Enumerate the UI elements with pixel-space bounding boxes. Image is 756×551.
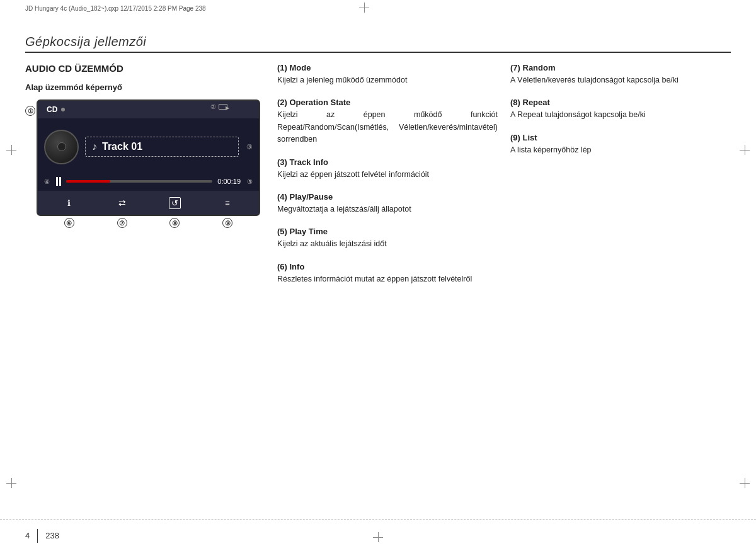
progress-bar	[66, 180, 212, 183]
page-header: JD Hungary 4c (Audio_182~).qxp 12/17/201…	[25, 5, 731, 12]
pause-icon	[56, 177, 61, 186]
crosshair-left-top	[6, 145, 16, 155]
ann-8: ⑧	[169, 218, 180, 228]
item-7-desc: A Véletlen/keverés tulajdonságot kapcsol…	[510, 74, 731, 86]
item-8: (8) Repeat A Repeat tulajdonságot kapcso…	[510, 98, 731, 121]
footer-num-right: 238	[45, 531, 59, 540]
header-meta: JD Hungary 4c (Audio_182~).qxp 12/17/201…	[25, 5, 206, 12]
crosshair-right-top	[740, 145, 750, 155]
left-column: AUDIO CD ÜZEMMÓD Alap üzemmód képernyő ①…	[25, 63, 271, 232]
screen-icon-rect: ▶	[219, 104, 227, 110]
item-7-title: (7) Random	[510, 63, 731, 72]
item-6-title: (6) Info	[277, 262, 498, 271]
item-6: (6) Info Részletes információt mutat az …	[277, 262, 498, 285]
shuffle-icon: ⇄	[118, 198, 126, 208]
screen-top-bar: CD ② ▶	[38, 101, 259, 118]
footer-num-left: 4	[25, 531, 30, 540]
ann-7: ⑦	[117, 218, 127, 228]
info-icon: ℹ	[67, 198, 71, 208]
cd-label: CD	[47, 105, 57, 114]
item-1-title: (1) Mode	[277, 63, 498, 72]
annotation-5-marker: ⑤	[247, 178, 253, 185]
progress-fill	[66, 180, 110, 183]
info-btn[interactable]: ℹ	[60, 198, 78, 208]
item-4-title: (4) Play/Pause	[277, 192, 498, 202]
sub-heading: Alap üzemmód képernyő	[25, 82, 271, 92]
shuffle-btn[interactable]: ⇄	[113, 198, 131, 208]
repeat-btn[interactable]: ↺	[166, 197, 183, 209]
crosshair-bottom-center	[373, 532, 383, 542]
item-9: (9) List A lista képernyőhöz lép	[510, 133, 731, 156]
item-2-desc: Kijelzi az éppen működő funkciót Repeat/…	[277, 109, 498, 145]
annotation-2-marker: ②	[210, 103, 216, 110]
item-5-title: (5) Play Time	[277, 227, 498, 236]
footer-page-num: 4 238	[25, 529, 59, 543]
ann-9: ⑨	[222, 218, 232, 228]
screen-wrapper: ① CD ② ▶	[25, 99, 249, 232]
crosshair-top-center	[359, 3, 369, 13]
item-5: (5) Play Time Kijelzi az aktuális lejáts…	[277, 227, 498, 250]
right-columns: (1) Mode Kijelzi a jelenleg működő üzemm…	[277, 63, 731, 297]
crosshair-right-bottom	[740, 478, 750, 488]
item-3-title: (3) Track Info	[277, 157, 498, 167]
page-heading: AUDIO CD ÜZEMMÓD	[25, 63, 271, 74]
footer-divider	[37, 529, 38, 543]
screen-bottom-bar: ℹ ⇄ ↺ ≡	[38, 191, 259, 215]
music-note-icon: ♪	[92, 141, 97, 152]
item-5-desc: Kijelzi az aktuális lejátszási időt	[277, 238, 498, 250]
item-9-desc: A lista képernyőhöz lép	[510, 144, 731, 156]
page-footer: 4 238	[0, 520, 756, 551]
list-icon: ≡	[225, 198, 230, 208]
crosshair-left-bottom	[6, 478, 16, 488]
play-time: 0:00:19	[217, 178, 241, 185]
track-name: Track 01	[102, 141, 142, 152]
item-9-title: (9) List	[510, 133, 731, 142]
section-title-bar: Gépkocsija jellemzői	[25, 35, 731, 53]
bottom-annotations: ⑥ ⑦ ⑧ ⑨	[37, 218, 260, 228]
annotation-3-marker: ③	[246, 143, 253, 151]
audio-screen: CD ② ▶ ♪ Track 01	[37, 99, 260, 216]
cd-dot	[61, 108, 65, 111]
annotation-2-area: ② ▶	[210, 103, 227, 110]
annotation-1: ①	[25, 106, 35, 116]
item-4: (4) Play/Pause Megváltoztatja a lejátszá…	[277, 192, 498, 215]
section-title: Gépkocsija jellemzői	[25, 35, 146, 48]
list-btn[interactable]: ≡	[219, 198, 236, 208]
item-8-desc: A Repeat tulajdonságot kapcsolja be/ki	[510, 109, 731, 121]
ann-6: ⑥	[64, 218, 74, 228]
item-4-desc: Megváltoztatja a lejátszás/állj állapoto…	[277, 203, 498, 215]
far-column: (7) Random A Véletlen/keverés tulajdonsá…	[510, 63, 731, 297]
cd-disc-visual	[44, 130, 79, 164]
item-7: (7) Random A Véletlen/keverés tulajdonsá…	[510, 63, 731, 86]
annotation-4-marker: ④	[44, 178, 50, 185]
item-3-desc: Kijelzi az éppen játszott felvétel infor…	[277, 169, 498, 181]
main-content: AUDIO CD ÜZEMMÓD Alap üzemmód képernyő ①…	[25, 63, 731, 513]
item-1-desc: Kijelzi a jelenleg működő üzemmódot	[277, 74, 498, 86]
item-2: (2) Operation State Kijelzi az éppen műk…	[277, 98, 498, 145]
item-3: (3) Track Info Kijelzi az éppen játszott…	[277, 157, 498, 181]
mid-column: (1) Mode Kijelzi a jelenleg működő üzemm…	[277, 63, 510, 297]
item-8-title: (8) Repeat	[510, 98, 731, 107]
screen-progress: ④ 0:00:19 ⑤	[38, 175, 259, 188]
item-6-desc: Részletes információt mutat az éppen ját…	[277, 273, 498, 285]
item-2-title: (2) Operation State	[277, 98, 498, 107]
track-info-box: ♪ Track 01	[85, 137, 239, 157]
repeat-icon: ↺	[169, 197, 181, 209]
item-1: (1) Mode Kijelzi a jelenleg működő üzemm…	[277, 63, 498, 86]
screen-middle: ♪ Track 01 ③	[38, 118, 259, 175]
